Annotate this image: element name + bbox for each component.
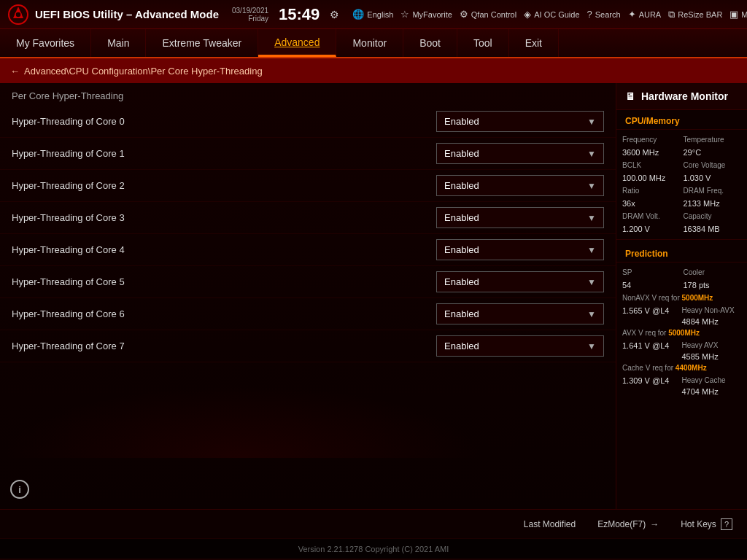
setting-label-core-6: Hyper-Threading of Core 6 [12,308,125,319]
navigation-bar: My Favorites Main Extreme Tweaker Advanc… [0,29,747,58]
sidebar-title-text: Hardware Monitor [641,90,728,102]
nonavx-req-label: NonAVX V req for 5000MHz [616,292,747,303]
chevron-down-icon: ▼ [587,181,596,191]
hot-keys-button[interactable]: Hot Keys ? [681,518,732,530]
cpu-memory-section-title: CPU/Memory [616,110,747,130]
chevron-down-icon: ▼ [587,245,596,255]
breadcrumb[interactable]: ← Advanced\CPU Configuration\Per Core Hy… [0,58,747,83]
dropdown-value-core-6: Enabled [444,308,479,319]
settings-icon[interactable]: ⚙ [330,9,339,20]
hot-keys-label: Hot Keys [681,519,716,529]
temperature-value: 29°C [684,145,742,157]
core-voltage-label: Core Voltage [684,158,742,169]
search-label: Search [595,10,621,19]
chevron-down-icon: ▼ [587,277,596,287]
dropdown-value-core-2: Enabled [444,180,479,191]
chevron-down-icon: ▼ [587,341,596,351]
app-title: UEFI BIOS Utility – Advanced Mode [35,8,219,20]
dropdown-value-core-4: Enabled [444,244,479,255]
aura-tool[interactable]: ✦ AURA [628,9,662,20]
logo-area: UEFI BIOS Utility – Advanced Mode [7,4,219,26]
favorite-icon: ☆ [400,9,409,20]
avx-req-label: AVX V req for 5000MHz [616,327,747,338]
header: UEFI BIOS Utility – Advanced Mode 03/19/… [0,0,747,29]
nav-my-favorites[interactable]: My Favorites [0,29,91,57]
nav-boot[interactable]: Boot [403,29,457,57]
setting-label-core-4: Hyper-Threading of Core 4 [12,244,125,255]
setting-row-core-7: Hyper-Threading of Core 7 Enabled ▼ [0,330,616,362]
dropdown-value-core-0: Enabled [444,116,479,127]
temperature-label: Temperature [684,133,742,144]
cooler-value: 178 pts [684,278,742,289]
memtest-tool[interactable]: ▣ MemTest86 [729,9,747,20]
heavy-avx-value: 4585 MHz [682,349,742,361]
qfan-tool[interactable]: ⚙ Qfan Control [460,9,516,20]
last-modified-label: Last Modified [524,519,576,529]
setting-label-core-7: Hyper-Threading of Core 7 [12,341,125,351]
dram-volt-value: 1.200 V [622,222,681,233]
last-modified-button[interactable]: Last Modified [524,519,576,529]
capacity-label: Capacity [684,209,742,220]
setting-row-core-4: Hyper-Threading of Core 4 Enabled ▼ [0,234,616,266]
capacity-value: 16384 MB [684,222,742,233]
cache-req-label: Cache V req for 4400MHz [616,362,747,373]
datetime-area: 03/19/2021 Friday [232,7,268,23]
resizebar-tool[interactable]: ⧉ ReSize BAR [668,9,722,20]
dropdown-value-core-1: Enabled [444,148,479,159]
cooler-label: Cooler [684,265,742,276]
breadcrumb-text: Advanced\CPU Configuration\Per Core Hype… [24,66,263,77]
setting-row-core-3: Hyper-Threading of Core 3 Enabled ▼ [0,202,616,234]
sidebar-title: 🖥 Hardware Monitor [616,83,747,110]
nav-main[interactable]: Main [91,29,146,57]
content-area: Per Core Hyper-Threading Hyper-Threading… [0,83,616,509]
monitor-icon: 🖥 [625,90,635,102]
ez-mode-button[interactable]: EzMode(F7) → [597,519,659,529]
myfavorite-tool[interactable]: ☆ MyFavorite [400,9,452,20]
version-text: Version 2.21.1278 Copyright (C) 2021 AMI [298,545,449,553]
setting-dropdown-core-7[interactable]: Enabled ▼ [436,335,604,357]
resizebar-label: ReSize BAR [678,10,722,19]
setting-label-core-2: Hyper-Threading of Core 2 [12,180,125,191]
setting-row-core-1: Hyper-Threading of Core 1 Enabled ▼ [0,138,616,170]
memtest-icon: ▣ [729,9,738,20]
nav-advanced[interactable]: Advanced [258,29,336,57]
chevron-down-icon: ▼ [587,309,596,319]
info-icon[interactable]: i [10,480,29,499]
setting-dropdown-core-0[interactable]: Enabled ▼ [436,111,604,132]
language-tool[interactable]: 🌐 English [352,9,393,20]
setting-label-core-3: Hyper-Threading of Core 3 [12,212,125,223]
setting-dropdown-core-4[interactable]: Enabled ▼ [436,239,604,260]
aioc-tool[interactable]: ◈ AI OC Guide [524,9,579,20]
heavy-cache-value: 4704 MHz [682,384,742,396]
rog-logo-icon [7,4,29,26]
setting-dropdown-core-3[interactable]: Enabled ▼ [436,207,604,228]
section-title: Per Core Hyper-Threading [0,83,616,106]
hot-keys-icon: ? [721,518,732,530]
bg-decoration [0,385,484,458]
nav-extreme-tweaker[interactable]: Extreme Tweaker [146,29,258,57]
prediction-section-title: Prediction [616,243,747,262]
svg-point-2 [15,12,21,18]
setting-dropdown-core-1[interactable]: Enabled ▼ [436,143,604,164]
nav-monitor[interactable]: Monitor [336,29,403,57]
heavy-nonavx-label: Heavy Non-AVX [682,303,742,314]
setting-dropdown-core-6[interactable]: Enabled ▼ [436,303,604,324]
setting-dropdown-core-5[interactable]: Enabled ▼ [436,271,604,292]
cache-req-value: 1.309 V @L4 [622,373,682,396]
chevron-down-icon: ▼ [587,149,596,159]
chevron-down-icon: ▼ [587,213,596,223]
aura-icon: ✦ [628,9,636,20]
setting-dropdown-core-2[interactable]: Enabled ▼ [436,175,604,196]
aura-label: AURA [639,10,662,19]
breadcrumb-arrow-icon: ← [10,66,20,77]
dram-freq-value: 2133 MHz [684,196,742,208]
hardware-monitor-sidebar: 🖥 Hardware Monitor CPU/Memory Frequency … [616,83,747,509]
dropdown-value-core-3: Enabled [444,212,479,223]
nav-exit[interactable]: Exit [509,29,559,57]
day-display: Friday [248,15,268,23]
cpu-metrics-grid: Frequency Temperature 3600 MHz 29°C BCLK… [616,130,747,236]
search-tool[interactable]: ? Search [587,9,621,20]
dropdown-value-core-7: Enabled [444,341,479,351]
ratio-value: 36x [622,196,681,208]
nav-tool[interactable]: Tool [457,29,509,57]
